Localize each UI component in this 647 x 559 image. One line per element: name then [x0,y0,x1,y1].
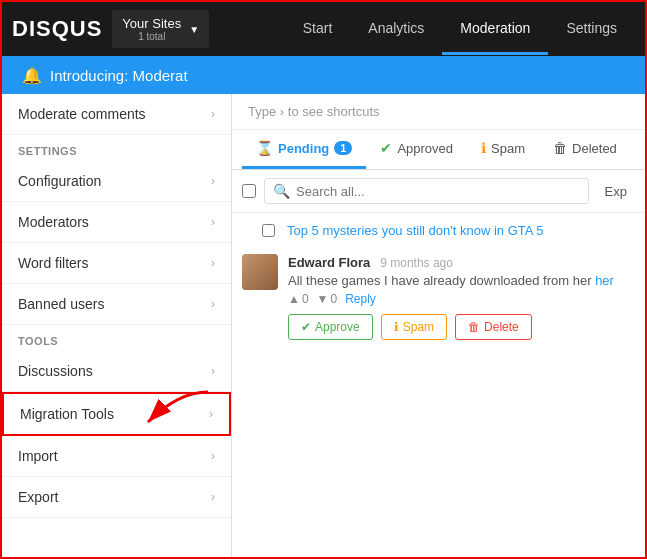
tools-section-label: TOOLS [2,325,231,351]
tab-deleted[interactable]: 🗑 Deleted [539,130,631,169]
comment-body: Edward Flora 9 months ago All these game… [288,254,635,340]
breadcrumb-arrow: › [280,104,284,119]
export-label: Export [18,489,58,505]
tab-pending-label: Pending [278,141,329,156]
comment-post-link: Top 5 mysteries you still don't know in … [242,223,635,238]
comment-author: Edward Flora [288,255,370,270]
tab-pending[interactable]: ⌛ Pending 1 [242,130,366,169]
sidebar-item-banned-users[interactable]: Banned users › [2,284,231,325]
breadcrumb: Type › to see shortcuts [232,94,645,130]
comment-text: All these games I have already downloade… [288,273,635,288]
nav-analytics[interactable]: Analytics [350,4,442,55]
vote-down: ▼ 0 [317,292,338,306]
your-sites-button[interactable]: Your Sites 1 total ▼ [112,10,209,48]
sidebar-item-moderate-comments[interactable]: Moderate comments › [2,94,231,135]
tab-deleted-label: Deleted [572,141,617,156]
breadcrumb-hint: to see shortcuts [288,104,380,119]
import-label: Import [18,448,58,464]
tab-approved-label: Approved [397,141,453,156]
spam-icon: ℹ [481,140,486,156]
sidebar-item-discussions[interactable]: Discussions › [2,351,231,392]
sidebar-item-export[interactable]: Export › [2,477,231,518]
chevron-right-icon: › [211,107,215,121]
word-filters-label: Word filters [18,255,89,271]
chevron-down-icon: ▼ [189,24,199,35]
sidebar-item-word-filters[interactable]: Word filters › [2,243,231,284]
blue-banner: 🔔 Introducing: Moderat [2,56,645,94]
chevron-right-icon: › [211,490,215,504]
vote-up: ▲ 0 [288,292,309,306]
comment-card: Edward Flora 9 months ago All these game… [242,246,635,348]
tab-spam-label: Spam [491,141,525,156]
tabs-bar: ⌛ Pending 1 ✔ Approved ℹ Spam 🗑 Deleted [232,130,645,170]
chevron-right-icon: › [211,364,215,378]
nav-settings[interactable]: Settings [548,4,635,55]
sidebar-item-import[interactable]: Import › [2,436,231,477]
tab-approved[interactable]: ✔ Approved [366,130,467,169]
comment-link[interactable]: her [595,273,614,288]
nav-moderation[interactable]: Moderation [442,4,548,55]
sidebar-item-migration-tools[interactable]: Migration Tools › [2,392,231,436]
settings-section-label: SETTINGS [2,135,231,161]
approve-button[interactable]: ✔ Approve [288,314,373,340]
disqus-logo: DISQUS [12,16,102,42]
your-sites-label: Your Sites [122,16,181,31]
sidebar-item-moderators[interactable]: Moderators › [2,202,231,243]
delete-icon: 🗑 [468,320,480,334]
bell-icon: 🔔 [22,66,42,85]
chevron-right-icon: › [211,256,215,270]
moderators-label: Moderators [18,214,89,230]
comment-checkbox[interactable] [262,224,275,237]
approve-icon: ✔ [301,320,311,334]
migration-tools-label: Migration Tools [20,406,114,422]
deleted-icon: 🗑 [553,140,567,156]
moderate-comments-label: Moderate comments [18,106,146,122]
breadcrumb-type: Type [248,104,276,119]
chevron-right-icon: › [211,174,215,188]
nav-start[interactable]: Start [285,4,351,55]
banner-text: Introducing: Moderat [50,67,188,84]
select-all-checkbox[interactable] [242,184,256,198]
comment-actions: ✔ Approve ℹ Spam 🗑 Delete [288,314,635,340]
content-area: Type › to see shortcuts ⌛ Pending 1 ✔ Ap… [232,94,645,559]
top-nav: DISQUS Your Sites 1 total ▼ Start Analyt… [2,2,645,56]
comment-section: Top 5 mysteries you still don't know in … [232,213,645,559]
pending-badge: 1 [334,141,352,155]
export-button[interactable]: Exp [597,180,635,203]
post-title-link[interactable]: Top 5 mysteries you still don't know in … [287,223,544,238]
spam-button[interactable]: ℹ Spam [381,314,447,340]
main-layout: Moderate comments › SETTINGS Configurati… [2,94,645,559]
comment-time: 9 months ago [380,256,453,270]
discussions-label: Discussions [18,363,93,379]
tab-spam[interactable]: ℹ Spam [467,130,539,169]
chevron-right-icon: › [211,215,215,229]
search-input-wrap: 🔍 [264,178,589,204]
chevron-right-icon: › [211,297,215,311]
banned-users-label: Banned users [18,296,104,312]
search-icon: 🔍 [273,183,290,199]
search-bar: 🔍 Exp [232,170,645,213]
avatar [242,254,278,290]
spam-action-icon: ℹ [394,320,399,334]
chevron-right-icon: › [209,407,213,421]
chevron-right-icon: › [211,449,215,463]
delete-button[interactable]: 🗑 Delete [455,314,532,340]
comment-votes: ▲ 0 ▼ 0 Reply [288,292,635,306]
sidebar: Moderate comments › SETTINGS Configurati… [2,94,232,559]
configuration-label: Configuration [18,173,101,189]
search-input[interactable] [296,184,580,199]
sidebar-item-configuration[interactable]: Configuration › [2,161,231,202]
pending-icon: ⌛ [256,140,273,156]
main-nav: Start Analytics Moderation Settings [285,4,635,55]
reply-link[interactable]: Reply [345,292,376,306]
your-sites-subtitle: 1 total [122,31,181,42]
approved-icon: ✔ [380,140,392,156]
